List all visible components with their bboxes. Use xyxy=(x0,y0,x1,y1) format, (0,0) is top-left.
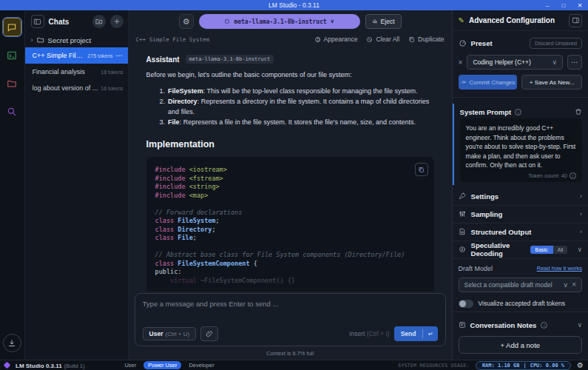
sliders-icon xyxy=(459,210,466,218)
chat-item-token-count: 275 tokens xyxy=(87,53,112,58)
mode-power-user[interactable]: Power User xyxy=(143,361,181,369)
spec-basic-chip[interactable]: Basic xyxy=(530,246,553,254)
visualize-tokens-toggle[interactable] xyxy=(459,300,473,308)
duplicate-icon xyxy=(408,36,415,43)
collapse-sidebar-icon[interactable] xyxy=(31,15,44,28)
mode-user[interactable]: User xyxy=(120,361,141,369)
cpu-usage: CPU: 0.00 % xyxy=(530,363,564,369)
folder-label: Secret project xyxy=(48,36,92,44)
section-settings[interactable]: Settings › xyxy=(453,188,588,206)
system-prompt-section: System Prompt i You are an incredibly go… xyxy=(453,101,588,188)
note-icon xyxy=(459,321,466,329)
folder-icon xyxy=(7,78,17,89)
build-number: (Build 1) xyxy=(64,363,84,369)
system-prompt-editor[interactable]: You are an incredibly good C++ engineer.… xyxy=(460,118,582,182)
nav-my-models-button[interactable] xyxy=(3,74,21,92)
commit-changes-button[interactable]: Commit Changes xyxy=(459,75,518,90)
new-chat-button[interactable] xyxy=(110,15,124,28)
copy-code-button[interactable] xyxy=(415,163,428,176)
add-note-button[interactable]: + Add a note xyxy=(459,336,582,354)
chevron-down-icon[interactable]: ∨ xyxy=(577,321,582,329)
chats-sidebar: Chats › Secret project C++ Simple File S… xyxy=(25,10,129,360)
app-version: LM Studio 0.3.11 xyxy=(16,363,62,369)
panel-title: Advanced Configuration xyxy=(469,16,564,24)
clear-all-button[interactable]: Clear All xyxy=(366,36,399,43)
code-content: #include <iostream>#include <fstream>#in… xyxy=(155,166,425,285)
preset-select[interactable]: Coding Helper (C++) ∨ xyxy=(467,55,563,70)
read-how-it-works-link[interactable]: Read how it works xyxy=(537,265,582,272)
token-count: Token count: 40 xyxy=(528,172,567,179)
chevron-down-icon: ∨ xyxy=(564,281,569,289)
conversation-notes-label: Conversation Notes xyxy=(470,321,537,329)
nav-developer-button[interactable] xyxy=(3,46,21,64)
preset-menu-button[interactable]: ⋯ xyxy=(567,55,582,70)
nav-discover-button[interactable] xyxy=(3,102,21,121)
settings-gear-icon[interactable]: ⚙ xyxy=(577,361,584,369)
info-icon: i xyxy=(541,322,547,329)
chevron-down-icon: ∨ xyxy=(577,246,582,253)
model-settings-button[interactable]: ⚙ xyxy=(179,14,194,29)
chat-list-item-selected[interactable]: C++ Simple File System 275 tokens ⋯ xyxy=(25,47,128,64)
spec-all-chip[interactable]: All xyxy=(553,246,568,254)
chat-message-area[interactable]: Assistant meta-llama-3.1-8b-instruct Bef… xyxy=(129,46,452,292)
loaded-model-selector[interactable]: meta-llama-3.1-8b-instruct ∨ xyxy=(199,14,360,29)
message-input[interactable] xyxy=(143,300,438,326)
context-usage-status: Context is 6.7% full xyxy=(135,346,446,360)
ram-usage: RAM: 1.10 GB xyxy=(482,363,520,369)
system-prompt-label: System Prompt xyxy=(460,108,512,116)
conversation-notes-section: Conversation Notes i ∨ + Add a note xyxy=(453,312,588,360)
attach-file-button[interactable] xyxy=(200,326,218,341)
chat-item-token-count: 16 tokens xyxy=(101,86,123,91)
eject-model-button[interactable]: Eject xyxy=(365,14,402,29)
chat-list-item[interactable]: Financial analysis 18 tokens xyxy=(25,64,128,80)
resources-label: SYSTEM RESOURCES USAGE: xyxy=(398,363,470,369)
chevron-right-icon: › xyxy=(31,36,33,44)
message-list-item: 3. File: Represents a file in the file s… xyxy=(160,117,434,127)
preset-label: Preset xyxy=(471,39,525,47)
maximize-button[interactable]: □ xyxy=(555,0,572,10)
appearance-button[interactable]: Appearance xyxy=(314,36,358,43)
chat-list-item[interactable]: log about version of ... 16 tokens xyxy=(25,80,128,96)
advanced-configuration-panel: ✎ Advanced Configuration Preset Discard … xyxy=(452,10,588,360)
chevron-down-icon: ∨ xyxy=(552,58,557,66)
collapse-panel-icon[interactable] xyxy=(569,14,582,27)
role-selector-button[interactable]: User (Ctrl + U) xyxy=(143,327,197,340)
clear-icon[interactable]: × xyxy=(572,280,576,289)
folder-icon xyxy=(37,36,44,44)
discard-unsaved-button[interactable]: Discard Unsaved xyxy=(530,38,582,49)
sidebar-folder-secret-project[interactable]: › Secret project xyxy=(25,33,128,47)
insert-button[interactable]: Insert (Ctrl + I) xyxy=(349,330,390,337)
chat-item-label: Financial analysis xyxy=(33,68,98,75)
minimize-button[interactable]: – xyxy=(539,0,555,10)
section-sampling[interactable]: Sampling › xyxy=(453,206,588,223)
preset-icon xyxy=(459,39,467,47)
duplicate-button[interactable]: Duplicate xyxy=(408,36,444,43)
mode-developer[interactable]: Developer xyxy=(184,361,218,369)
window-titlebar: LM Studio - 0.3.11 – □ ✕ xyxy=(0,0,588,10)
new-folder-button[interactable] xyxy=(92,15,106,28)
resource-usage-pill[interactable]: RAM: 1.10 GB | CPU: 0.00 % xyxy=(476,361,571,370)
message-model-badge: meta-llama-3.1-8b-instruct xyxy=(186,55,274,64)
code-block: #include <iostream>#include <fstream>#in… xyxy=(146,157,434,292)
paperclip-icon xyxy=(206,330,213,337)
downloads-button[interactable] xyxy=(3,334,21,352)
nav-chat-button[interactable] xyxy=(3,18,21,36)
clear-preset-icon[interactable]: × xyxy=(459,58,463,67)
message-list-item: 2. Directory: Represents a directory in … xyxy=(160,96,434,117)
status-bar: LM Studio 0.3.11 (Build 1) User Power Us… xyxy=(0,360,588,370)
section-structured-output[interactable]: Structured Output › xyxy=(453,223,588,241)
loaded-model-name: meta-llama-3.1-8b-instruct xyxy=(234,18,326,25)
section-speculative-decoding[interactable]: Speculative Decoding Basic All ∨ xyxy=(453,241,588,259)
draft-model-select[interactable]: Select a compatible draft model ∨ × xyxy=(459,278,582,292)
pencil-icon: ✎ xyxy=(459,16,464,24)
save-as-new-button[interactable]: + Save As New... xyxy=(521,75,582,90)
speculative-decoding-icon xyxy=(459,246,466,253)
chevron-right-icon: › xyxy=(580,228,582,235)
close-button[interactable]: ✕ xyxy=(572,0,588,10)
chat-item-label: log about version of ... xyxy=(33,84,98,92)
send-button[interactable]: Send ↵ xyxy=(394,326,438,341)
draft-model-block: Draft Model Read how it works Select a c… xyxy=(453,259,588,311)
copy-icon xyxy=(418,166,425,173)
trash-icon[interactable] xyxy=(575,108,582,115)
chat-item-menu[interactable]: ⋯ xyxy=(116,52,124,59)
